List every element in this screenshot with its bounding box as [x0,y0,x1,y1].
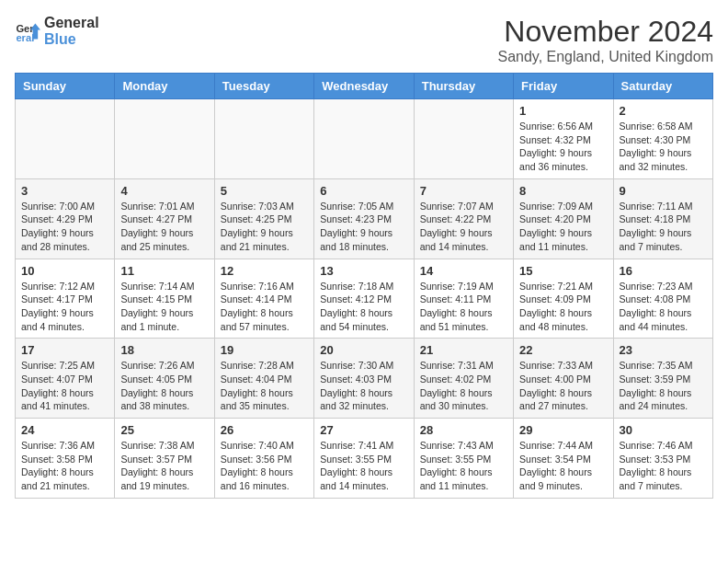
calendar-cell: 6Sunrise: 7:05 AM Sunset: 4:23 PM Daylig… [314,178,414,259]
day-info: Sunrise: 6:58 AM Sunset: 4:30 PM Dayligh… [620,120,707,174]
day-header-wednesday: Wednesday [314,74,414,99]
day-number: 1 [519,104,607,118]
day-info: Sunrise: 7:05 AM Sunset: 4:23 PM Dayligh… [320,200,407,254]
calendar-cell: 14Sunrise: 7:19 AM Sunset: 4:11 PM Dayli… [414,259,513,339]
day-info: Sunrise: 7:40 AM Sunset: 3:56 PM Dayligh… [221,439,308,493]
day-info: Sunrise: 7:41 AM Sunset: 3:55 PM Dayligh… [320,439,407,493]
day-info: Sunrise: 7:21 AM Sunset: 4:09 PM Dayligh… [519,280,607,334]
calendar-cell [115,99,214,179]
day-number: 6 [320,184,407,198]
month-title: November 2024 [497,15,713,49]
day-number: 8 [519,184,607,198]
day-info: Sunrise: 7:38 AM Sunset: 3:57 PM Dayligh… [120,439,208,493]
calendar-cell: 8Sunrise: 7:09 AM Sunset: 4:20 PM Daylig… [514,178,613,259]
calendar-week-4: 17Sunrise: 7:25 AM Sunset: 4:07 PM Dayli… [16,339,713,419]
day-number: 24 [21,423,108,437]
calendar-cell [214,99,313,179]
calendar-cell: 11Sunrise: 7:14 AM Sunset: 4:15 PM Dayli… [115,259,214,339]
calendar-cell: 12Sunrise: 7:16 AM Sunset: 4:14 PM Dayli… [214,259,313,339]
day-info: Sunrise: 7:16 AM Sunset: 4:14 PM Dayligh… [221,280,308,334]
calendar-cell: 26Sunrise: 7:40 AM Sunset: 3:56 PM Dayli… [214,419,313,499]
day-number: 17 [21,343,108,357]
calendar-cell: 5Sunrise: 7:03 AM Sunset: 4:25 PM Daylig… [214,178,313,259]
day-info: Sunrise: 7:35 AM Sunset: 3:59 PM Dayligh… [620,359,707,413]
calendar-week-2: 3Sunrise: 7:00 AM Sunset: 4:29 PM Daylig… [16,178,713,259]
calendar-week-1: 1Sunrise: 6:56 AM Sunset: 4:32 PM Daylig… [16,99,713,179]
calendar-cell: 19Sunrise: 7:28 AM Sunset: 4:04 PM Dayli… [214,339,313,419]
day-info: Sunrise: 7:28 AM Sunset: 4:04 PM Dayligh… [221,359,308,413]
day-info: Sunrise: 7:26 AM Sunset: 4:05 PM Dayligh… [120,359,208,413]
logo-line1: General [44,15,99,31]
day-number: 9 [620,184,707,198]
calendar-cell: 27Sunrise: 7:41 AM Sunset: 3:55 PM Dayli… [314,419,414,499]
day-number: 5 [221,184,308,198]
day-header-sunday: Sunday [16,74,115,99]
day-number: 2 [620,104,707,118]
day-info: Sunrise: 7:30 AM Sunset: 4:03 PM Dayligh… [320,359,407,413]
day-number: 3 [21,184,108,198]
day-number: 21 [420,343,507,357]
calendar-cell: 20Sunrise: 7:30 AM Sunset: 4:03 PM Dayli… [314,339,414,419]
calendar-cell: 29Sunrise: 7:44 AM Sunset: 3:54 PM Dayli… [514,419,613,499]
day-info: Sunrise: 7:12 AM Sunset: 4:17 PM Dayligh… [21,280,108,334]
calendar-cell: 7Sunrise: 7:07 AM Sunset: 4:22 PM Daylig… [414,178,513,259]
day-number: 29 [519,423,607,437]
day-info: Sunrise: 7:09 AM Sunset: 4:20 PM Dayligh… [519,200,607,254]
day-info: Sunrise: 7:46 AM Sunset: 3:53 PM Dayligh… [620,439,707,493]
day-info: Sunrise: 7:33 AM Sunset: 4:00 PM Dayligh… [519,359,607,413]
day-info: Sunrise: 7:19 AM Sunset: 4:11 PM Dayligh… [420,280,507,334]
day-info: Sunrise: 7:25 AM Sunset: 4:07 PM Dayligh… [21,359,108,413]
day-number: 30 [620,423,707,437]
day-number: 25 [120,423,208,437]
title-area: November 2024 Sandy, England, United Kin… [497,15,713,65]
calendar-cell: 16Sunrise: 7:23 AM Sunset: 4:08 PM Dayli… [613,259,712,339]
calendar-cell: 21Sunrise: 7:31 AM Sunset: 4:02 PM Dayli… [414,339,513,419]
calendar-cell: 1Sunrise: 6:56 AM Sunset: 4:32 PM Daylig… [514,99,613,179]
calendar-cell: 25Sunrise: 7:38 AM Sunset: 3:57 PM Dayli… [115,419,214,499]
day-number: 19 [221,343,308,357]
calendar-cell: 15Sunrise: 7:21 AM Sunset: 4:09 PM Dayli… [514,259,613,339]
day-header-saturday: Saturday [613,74,712,99]
day-info: Sunrise: 7:44 AM Sunset: 3:54 PM Dayligh… [519,439,607,493]
header-row: SundayMondayTuesdayWednesdayThursdayFrid… [16,74,713,99]
day-number: 13 [320,264,407,278]
day-number: 4 [120,184,208,198]
day-header-tuesday: Tuesday [214,74,313,99]
calendar-cell [414,99,513,179]
location-title: Sandy, England, United Kingdom [497,49,713,65]
day-number: 20 [320,343,407,357]
calendar-cell: 28Sunrise: 7:43 AM Sunset: 3:55 PM Dayli… [414,419,513,499]
calendar-cell [314,99,414,179]
day-number: 27 [320,423,407,437]
calendar-cell: 4Sunrise: 7:01 AM Sunset: 4:27 PM Daylig… [115,178,214,259]
calendar-cell: 23Sunrise: 7:35 AM Sunset: 3:59 PM Dayli… [613,339,712,419]
calendar-week-5: 24Sunrise: 7:36 AM Sunset: 3:58 PM Dayli… [16,419,713,499]
day-info: Sunrise: 7:07 AM Sunset: 4:22 PM Dayligh… [420,200,507,254]
day-header-friday: Friday [514,74,613,99]
day-header-thursday: Thursday [414,74,513,99]
logo-icon: Gen eral [15,18,40,44]
calendar-cell: 18Sunrise: 7:26 AM Sunset: 4:05 PM Dayli… [115,339,214,419]
day-info: Sunrise: 7:31 AM Sunset: 4:02 PM Dayligh… [420,359,507,413]
day-header-monday: Monday [115,74,214,99]
day-info: Sunrise: 7:03 AM Sunset: 4:25 PM Dayligh… [221,200,308,254]
calendar-week-3: 10Sunrise: 7:12 AM Sunset: 4:17 PM Dayli… [16,259,713,339]
day-info: Sunrise: 7:43 AM Sunset: 3:55 PM Dayligh… [420,439,507,493]
calendar-cell: 30Sunrise: 7:46 AM Sunset: 3:53 PM Dayli… [613,419,712,499]
calendar-cell: 2Sunrise: 6:58 AM Sunset: 4:30 PM Daylig… [613,99,712,179]
calendar-cell: 9Sunrise: 7:11 AM Sunset: 4:18 PM Daylig… [613,178,712,259]
day-number: 7 [420,184,507,198]
day-info: Sunrise: 6:56 AM Sunset: 4:32 PM Dayligh… [519,120,607,174]
svg-text:eral: eral [16,32,34,43]
calendar-cell: 22Sunrise: 7:33 AM Sunset: 4:00 PM Dayli… [514,339,613,419]
day-info: Sunrise: 7:01 AM Sunset: 4:27 PM Dayligh… [120,200,208,254]
day-info: Sunrise: 7:14 AM Sunset: 4:15 PM Dayligh… [120,280,208,334]
day-info: Sunrise: 7:11 AM Sunset: 4:18 PM Dayligh… [620,200,707,254]
logo: Gen eral General Blue [15,15,99,48]
day-number: 28 [420,423,507,437]
day-number: 18 [120,343,208,357]
day-number: 14 [420,264,507,278]
calendar-cell: 17Sunrise: 7:25 AM Sunset: 4:07 PM Dayli… [16,339,115,419]
day-info: Sunrise: 7:00 AM Sunset: 4:29 PM Dayligh… [21,200,108,254]
day-number: 23 [620,343,707,357]
